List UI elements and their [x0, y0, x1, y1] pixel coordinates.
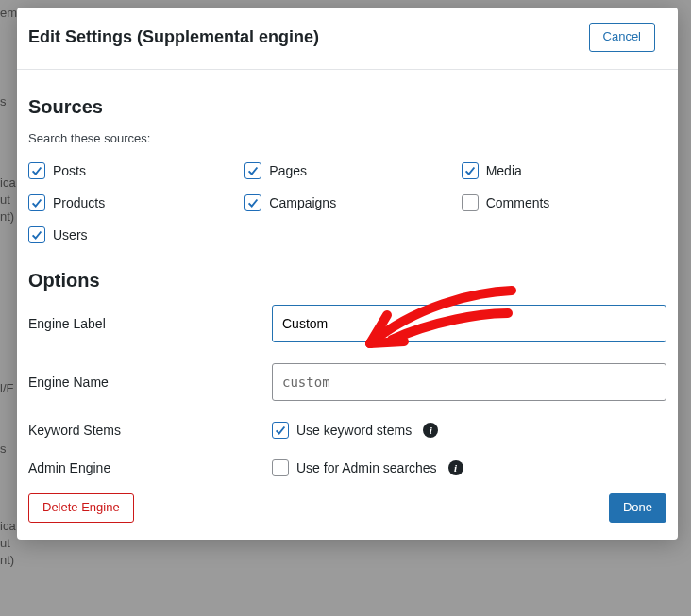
source-label: Comments [486, 195, 550, 210]
source-item-campaigns[interactable]: Campaigns [244, 194, 449, 211]
engine-label-input[interactable] [272, 305, 666, 342]
source-label: Pages [269, 163, 307, 178]
source-item-posts[interactable]: Posts [28, 162, 233, 179]
checkbox-icon [28, 226, 45, 243]
checkbox-icon [244, 162, 261, 179]
sources-heading: Sources [28, 96, 666, 118]
checkbox-icon [28, 162, 45, 179]
checkbox-label: Use for Admin searches [296, 460, 437, 475]
cancel-button[interactable]: Cancel [589, 23, 655, 52]
checkbox-icon [272, 422, 289, 439]
source-item-media[interactable]: Media [462, 162, 666, 179]
option-row-admin-engine: Admin Engine Use for Admin searches i [28, 459, 666, 476]
sources-subtext: Search these sources: [28, 131, 666, 145]
sources-grid: Posts Pages Media Products Campaigns Com… [28, 162, 666, 243]
options-heading: Options [28, 270, 666, 291]
info-icon[interactable]: i [423, 423, 438, 438]
keyword-stems-checkbox[interactable]: Use keyword stems i [272, 422, 666, 439]
source-label: Posts [53, 163, 86, 178]
modal-header: Edit Settings (Supplemental engine) Canc… [17, 8, 678, 70]
option-row-engine-label: Engine Label [28, 305, 666, 342]
option-label: Admin Engine [28, 460, 272, 475]
option-row-keyword-stems: Keyword Stems Use keyword stems i [28, 422, 666, 439]
checkbox-icon [462, 162, 479, 179]
checkbox-icon [272, 459, 289, 476]
checkbox-icon [28, 194, 45, 211]
checkbox-label: Use keyword stems [296, 423, 412, 438]
source-item-comments[interactable]: Comments [462, 194, 666, 211]
admin-engine-checkbox[interactable]: Use for Admin searches i [272, 459, 666, 476]
option-row-engine-name: Engine Name [28, 363, 666, 401]
modal-title: Edit Settings (Supplemental engine) [28, 27, 319, 47]
options-table: Engine Label Engine Name Keyword Stems U… [28, 305, 666, 476]
option-label: Keyword Stems [28, 423, 272, 438]
source-label: Campaigns [269, 195, 336, 210]
modal-footer: Delete Engine Done [17, 493, 678, 540]
source-label: Users [53, 227, 88, 242]
source-label: Products [53, 195, 105, 210]
option-label: Engine Name [28, 375, 272, 390]
modal-body: Sources Search these sources: Posts Page… [17, 70, 678, 493]
checkbox-icon [244, 194, 261, 211]
source-item-pages[interactable]: Pages [244, 162, 449, 179]
done-button[interactable]: Done [609, 493, 666, 523]
delete-engine-button[interactable]: Delete Engine [28, 493, 134, 523]
source-item-products[interactable]: Products [28, 194, 233, 211]
engine-name-input[interactable] [272, 363, 666, 401]
source-label: Media [486, 163, 522, 178]
info-icon[interactable]: i [448, 460, 463, 475]
checkbox-icon [462, 194, 479, 211]
option-label: Engine Label [28, 316, 272, 331]
edit-settings-modal: Edit Settings (Supplemental engine) Canc… [17, 8, 678, 540]
source-item-users[interactable]: Users [28, 226, 233, 243]
